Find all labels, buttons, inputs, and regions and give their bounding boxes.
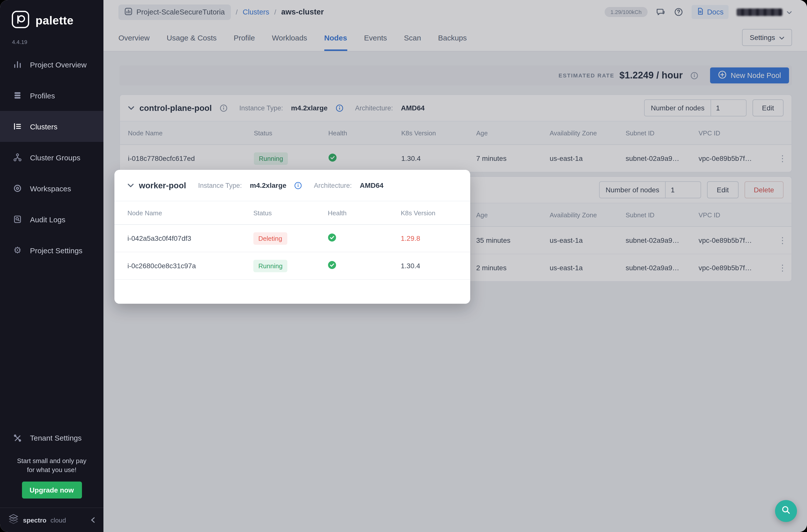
promo-text: Start small and only pay for what you us… <box>7 456 96 475</box>
info-icon[interactable] <box>336 104 343 112</box>
sidebar-item-label: Audit Logs <box>30 215 65 224</box>
subnet-id: subnet-02a9a9… <box>618 264 691 272</box>
gear-icon: ⚙ <box>12 245 23 256</box>
number-of-nodes-input[interactable]: 1 <box>666 181 701 198</box>
column-header: K8s Version <box>393 209 470 216</box>
document-icon <box>697 7 704 17</box>
sidebar-item-workspaces[interactable]: Workspaces <box>0 173 104 204</box>
main-area: Project-ScaleSecureTutoria / Clusters / … <box>104 0 807 532</box>
help-icon[interactable] <box>674 7 683 17</box>
tab-usage-costs[interactable]: Usage & Costs <box>167 24 217 51</box>
instance-type-value: m4.2xlarge <box>250 181 286 189</box>
tab-scan[interactable]: Scan <box>404 24 421 51</box>
chat-icon[interactable] <box>656 7 665 17</box>
kebab-menu-icon[interactable]: ⋮ <box>773 264 791 272</box>
age: 2 minutes <box>468 264 542 272</box>
sidebar-item-label: Clusters <box>30 122 57 131</box>
column-header: Node Name <box>119 209 245 216</box>
pool-name: control-plane-pool <box>139 103 212 113</box>
sidebar-collapse-button[interactable] <box>91 517 95 523</box>
docs-link[interactable]: Docs <box>692 5 729 19</box>
edit-button[interactable]: Edit <box>707 181 738 198</box>
cluster-tabs-bar: Overview Usage & Costs Profile Workloads… <box>104 24 807 52</box>
upgrade-now-button[interactable]: Upgrade now <box>22 481 82 498</box>
collapse-chevron-icon[interactable] <box>128 106 134 110</box>
pool-controls: Number of nodes 1 Edit Delete <box>599 181 784 198</box>
new-node-pool-button[interactable]: New Node Pool <box>710 68 789 83</box>
topbar: Project-ScaleSecureTutoria / Clusters / … <box>104 0 807 24</box>
sidebar-item-clusters[interactable]: Clusters <box>0 111 104 142</box>
number-of-nodes-label: Number of nodes <box>644 99 711 116</box>
number-of-nodes-control: Number of nodes 1 <box>599 181 701 198</box>
sidebar-item-audit-logs[interactable]: Audit Logs <box>0 204 104 235</box>
tabs: Overview Usage & Costs Profile Workloads… <box>118 24 467 51</box>
column-header: K8s Version <box>393 129 468 137</box>
info-icon[interactable] <box>691 72 698 79</box>
sidebar-item-label: Project Overview <box>30 60 87 69</box>
availability-zone: us-east-1a <box>542 154 618 162</box>
settings-button[interactable]: Settings <box>742 29 792 46</box>
info-icon[interactable] <box>294 182 302 189</box>
number-of-nodes-input[interactable]: 1 <box>711 99 747 116</box>
project-selector[interactable]: Project-ScaleSecureTutoria <box>118 4 231 20</box>
collapse-chevron-icon[interactable] <box>127 183 134 188</box>
sidebar-item-label: Tenant Settings <box>30 434 82 442</box>
health-cell <box>320 233 393 243</box>
column-header: Availability Zone <box>542 129 618 137</box>
sidebar: palette 4.4.19 Project Overview Profiles… <box>0 0 104 532</box>
column-header: Health <box>320 209 393 216</box>
age: 7 minutes <box>468 154 542 162</box>
k8s-version: 1.29.8 <box>393 234 470 242</box>
number-of-nodes-label: Number of nodes <box>599 181 666 198</box>
usage-quota-pill: 1.29/100kCh <box>604 7 648 17</box>
column-header: Subnet ID <box>618 129 691 137</box>
instance-type-label: Instance Type: <box>239 104 283 112</box>
app-window: palette 4.4.19 Project Overview Profiles… <box>0 0 807 532</box>
pool-name: worker-pool <box>139 180 186 190</box>
sidebar-footer: spectro cloud <box>0 508 104 532</box>
info-icon[interactable] <box>220 104 227 112</box>
list-icon <box>12 121 23 132</box>
tab-overview[interactable]: Overview <box>118 24 150 51</box>
bar-chart-icon <box>12 59 23 70</box>
control-plane-pool-panel: control-plane-pool Instance Type: m4.2xl… <box>119 94 792 172</box>
instance-type-label: Instance Type: <box>198 182 242 189</box>
user-menu[interactable] <box>736 7 792 17</box>
breadcrumb-clusters-link[interactable]: Clusters <box>243 8 269 16</box>
new-node-pool-label: New Node Pool <box>731 72 781 79</box>
sidebar-item-cluster-groups[interactable]: Cluster Groups <box>0 142 104 173</box>
column-header: Status <box>245 209 320 216</box>
kebab-menu-icon[interactable]: ⋮ <box>773 154 791 163</box>
footer-brand-suffix: cloud <box>51 516 66 524</box>
tab-events[interactable]: Events <box>364 24 387 51</box>
chevron-down-icon <box>779 34 785 41</box>
tab-workloads[interactable]: Workloads <box>272 24 307 51</box>
ring-icon <box>12 183 23 194</box>
kebab-menu-icon[interactable]: ⋮ <box>773 236 791 245</box>
tab-profile[interactable]: Profile <box>233 24 255 51</box>
tools-icon <box>12 432 23 443</box>
architecture-label: Architecture: <box>355 104 393 112</box>
edit-button[interactable]: Edit <box>753 99 784 116</box>
column-header: Status <box>246 129 320 137</box>
sidebar-item-tenant-settings[interactable]: Tenant Settings <box>0 422 104 453</box>
sidebar-item-project-overview[interactable]: Project Overview <box>0 49 104 80</box>
tab-backups[interactable]: Backups <box>438 24 467 51</box>
vpc-id: vpc-0e89b5b7f… <box>691 264 773 272</box>
search-fab-button[interactable] <box>775 500 797 522</box>
number-of-nodes-control: Number of nodes 1 <box>644 99 747 116</box>
spectro-cloud-logo-icon <box>8 514 19 526</box>
column-header: Age <box>468 129 542 137</box>
tab-nodes[interactable]: Nodes <box>324 24 347 51</box>
sidebar-item-label: Workspaces <box>30 184 71 193</box>
project-name: Project-ScaleSecureTutoria <box>136 8 225 16</box>
chevron-down-icon <box>787 7 792 17</box>
status-badge: Deleting <box>254 232 287 245</box>
sidebar-item-profiles[interactable]: Profiles <box>0 80 104 111</box>
user-name-redacted <box>736 8 783 16</box>
breadcrumb-cluster-name: aws-cluster <box>281 7 324 17</box>
delete-button[interactable]: Delete <box>744 181 784 198</box>
sidebar-item-project-settings[interactable]: ⚙ Project Settings <box>0 235 104 266</box>
sidebar-nav: Project Overview Profiles Clusters Clust… <box>0 49 104 266</box>
brand-name: palette <box>36 14 73 27</box>
